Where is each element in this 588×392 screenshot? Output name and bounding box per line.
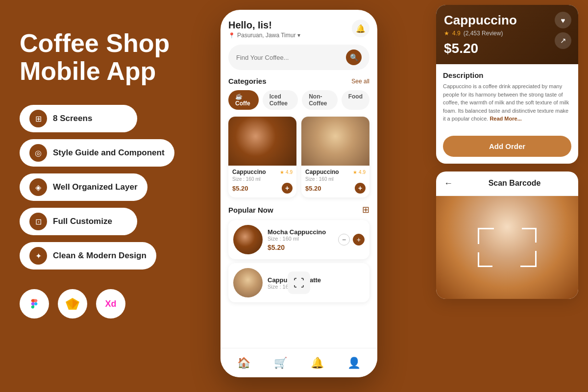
coffee-rating-1: ★ 4.9 [280, 170, 293, 175]
bottom-nav: 🏠 🛒 🔔 👤 [220, 348, 377, 377]
feature-item-customize: ⊡ Full Customize [20, 208, 137, 235]
popular-info-2: Cappuccino Latte Size : 160 ml [268, 276, 365, 290]
share-button[interactable]: ↗ [555, 32, 571, 49]
main-title: Coffee Shop Mobile App [20, 29, 206, 85]
popular-price-1: $5.20 [268, 244, 333, 251]
popular-item-2: Cappuccino Latte Size : 160 ml [228, 263, 369, 302]
tool-icon-sketch [58, 289, 87, 318]
add-order-button[interactable]: Add Order [443, 136, 571, 157]
phone-greeting: Hello, Iis! [228, 20, 300, 31]
coffee-image-2 [301, 117, 369, 166]
see-all-link[interactable]: See all [351, 78, 369, 85]
coffee-size-1: Size : 160 ml [232, 176, 293, 182]
feature-icon-style-guide: ◎ [29, 144, 47, 162]
action-buttons: ♥ ↗ [555, 12, 571, 49]
rating-row: ★ 4.9 (2,453 Review) [444, 30, 570, 37]
scan-overlay-icon [288, 271, 310, 294]
read-more-link[interactable]: Read More... [490, 116, 521, 122]
feature-label-layers: Well Organized Layer [53, 182, 138, 192]
star-icon: ★ [444, 30, 449, 37]
popular-title: Popular Now [228, 206, 273, 214]
scan-image-area [436, 196, 578, 299]
category-tab-food[interactable]: Food [342, 90, 369, 110]
feature-icon-layers: ◈ [29, 178, 47, 196]
tool-icon-xd: Xd [96, 289, 125, 318]
description-title: Description [443, 71, 571, 79]
category-tab-coffee[interactable]: ☕ Coffe [228, 90, 259, 110]
coffee-image-1 [228, 117, 296, 166]
detail-card-top: Cappuccino ★ 4.9 (2,453 Review) $5.20 ♥ … [436, 5, 578, 64]
coffee-rating-2: ★ 4.9 [353, 170, 366, 175]
coffee-card-2: Cappuccino ★ 4.9 Size : 160 ml $5.20 + [301, 117, 369, 197]
coffee-info-2: Cappuccino ★ 4.9 Size : 160 ml $5.20 + [301, 166, 369, 194]
category-tab-non[interactable]: Non-Coffee [302, 90, 337, 110]
search-button[interactable]: 🔍 [346, 49, 362, 65]
popular-image-1 [233, 225, 263, 254]
feature-icon-screens: ⊞ [29, 110, 47, 127]
feature-icon-customize: ⊡ [29, 213, 47, 230]
nav-cart-icon[interactable]: 🛒 [274, 357, 287, 369]
detail-card-title: Cappuccino [444, 13, 570, 28]
right-section: Cappuccino ★ 4.9 (2,453 Review) $5.20 ♥ … [436, 5, 578, 299]
popular-name-2: Cappuccino Latte [268, 276, 365, 284]
scan-title: Scan Barcode [459, 179, 570, 188]
nav-home-icon[interactable]: 🏠 [237, 357, 250, 369]
popular-size-1: Size : 160 ml [268, 236, 333, 242]
phone-location: 📍 Pasuruan, Jawa Timur ▾ [228, 32, 300, 39]
favorite-button[interactable]: ♥ [555, 12, 571, 28]
scan-frame [478, 228, 537, 267]
scan-card: ← Scan Barcode [436, 172, 578, 299]
left-section: Coffee Shop Mobile App ⊞ 8 Screens ◎ Sty… [20, 29, 206, 318]
rating-value: 4.9 [452, 30, 461, 37]
detail-price: $5.20 [444, 41, 570, 56]
qty-minus-1[interactable]: − [338, 234, 350, 245]
qty-controls-1: − + [338, 234, 365, 245]
coffee-name-2: Cappuccino [305, 169, 339, 175]
category-tabs: ☕ Coffe Iced Coffee Non-Coffee Food [228, 90, 369, 110]
popular-filter-icon[interactable]: ⊞ [362, 204, 369, 215]
add-coffee-1-button[interactable]: + [282, 183, 293, 194]
nav-notification-icon[interactable]: 🔔 [311, 357, 324, 369]
detail-card-body: Description Cappuccino is a coffee drink… [436, 64, 578, 130]
coffee-price-1: $5.20 [232, 185, 248, 192]
nav-profile-icon[interactable]: 👤 [347, 357, 361, 369]
detail-card: Cappuccino ★ 4.9 (2,453 Review) $5.20 ♥ … [436, 5, 578, 164]
phone-header: Hello, Iis! 📍 Pasuruan, Jawa Timur ▾ 🔔 [228, 20, 369, 39]
popular-header: Popular Now ⊞ [228, 204, 369, 215]
popular-info-1: Mocha Cappuccino Size : 160 ml $5.20 [268, 228, 333, 251]
popular-name-1: Mocha Cappuccino [268, 228, 333, 236]
categories-title: Categories [228, 77, 267, 85]
coffee-card-1: Cappuccino ★ 4.9 Size : 160 ml $5.20 + [228, 117, 296, 197]
scan-frame-corner-tr [522, 228, 537, 243]
phone-mockup: Hello, Iis! 📍 Pasuruan, Jawa Timur ▾ 🔔 🔍… [220, 10, 377, 377]
feature-label-screens: 8 Screens [53, 114, 92, 123]
popular-size-2: Size : 160 ml [268, 284, 365, 290]
scan-frame-corner-bl [478, 252, 492, 267]
location-text: Pasuruan, Jawa Timur [237, 32, 295, 39]
coffee-size-2: Size : 160 ml [305, 176, 366, 182]
review-count: (2,453 Review) [464, 30, 503, 37]
search-bar: 🔍 [228, 45, 369, 70]
search-input[interactable] [236, 54, 342, 61]
popular-image-2 [233, 268, 263, 297]
feature-label-design: Clean & Modern Design [53, 251, 147, 261]
feature-label-customize: Full Customize [53, 217, 112, 226]
category-tab-iced[interactable]: Iced Coffee [263, 90, 298, 110]
coffee-grid: Cappuccino ★ 4.9 Size : 160 ml $5.20 + C… [228, 117, 369, 197]
feature-item-design: ✦ Clean & Modern Design [20, 242, 156, 270]
scan-back-button[interactable]: ← [444, 178, 453, 189]
coffee-name-1: Cappuccino [232, 169, 266, 175]
feature-icon-design: ✦ [29, 247, 47, 265]
add-coffee-2-button[interactable]: + [355, 183, 366, 194]
qty-plus-1[interactable]: + [353, 234, 365, 245]
feature-list: ⊞ 8 Screens ◎ Style Guide and Component … [20, 105, 206, 270]
description-text: Cappuccino is a coffee drink appreciated… [443, 82, 571, 123]
feature-item-layers: ◈ Well Organized Layer [20, 173, 147, 201]
bell-icon[interactable]: 🔔 [352, 20, 369, 37]
feature-item-screens: ⊞ 8 Screens [20, 105, 137, 132]
feature-label-style-guide: Style Guide and Component [53, 148, 165, 158]
tool-icon-figma [20, 289, 49, 318]
coffee-info-1: Cappuccino ★ 4.9 Size : 160 ml $5.20 + [228, 166, 296, 194]
scan-header: ← Scan Barcode [436, 172, 578, 196]
categories-header: Categories See all [228, 77, 369, 85]
